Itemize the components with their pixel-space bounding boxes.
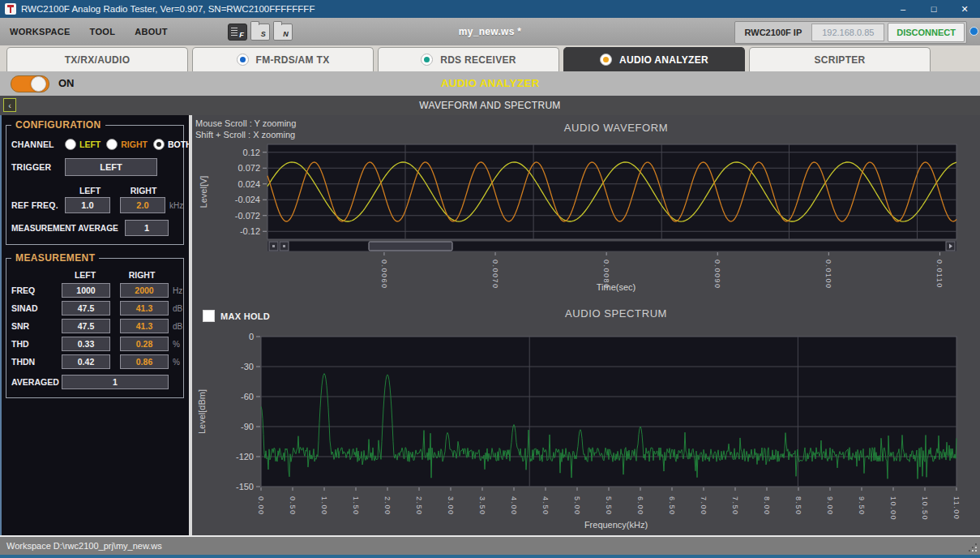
averaged-label: AVERAGED xyxy=(11,377,62,387)
meas-row-averaged: AVERAGED 1 xyxy=(11,375,178,389)
radio-circle-icon xyxy=(65,139,76,150)
thdn-left-value: 0.42 xyxy=(62,354,110,369)
tab-led-icon xyxy=(600,54,612,66)
meas-left-header: LEFT xyxy=(62,270,109,280)
config-left-header: LEFT xyxy=(68,186,112,195)
ref-freq-left-input[interactable]: 1.0 xyxy=(65,197,110,213)
tab-led-icon xyxy=(237,54,249,66)
tab-led-icon xyxy=(421,54,433,66)
config-right-header: RIGHT xyxy=(122,186,165,195)
svg-text:0.0110: 0.0110 xyxy=(935,260,944,289)
svg-text:1.00: 1.00 xyxy=(320,496,328,516)
panel-title: AUDIO ANALYZER xyxy=(0,71,980,96)
svg-text:Frequency(kHz): Frequency(kHz) xyxy=(584,520,648,530)
tab-fm-rds-am-tx[interactable]: FM-RDS/AM TX xyxy=(192,47,374,71)
menu-bar: WORKSPACE TOOL ABOUT F S N my_new.ws * R… xyxy=(0,18,980,45)
minimize-button[interactable]: – xyxy=(888,0,918,18)
window-title: RWC2100F Analog Radio Tester, Ver=0.907,… xyxy=(21,4,315,14)
svg-text:-120: -120 xyxy=(236,452,254,461)
save-workspace-icon[interactable]: S xyxy=(250,24,270,41)
svg-text:2.50: 2.50 xyxy=(415,496,423,516)
svg-text:Level[dBm]: Level[dBm] xyxy=(197,389,207,434)
svg-text:Level[V]: Level[V] xyxy=(199,176,208,208)
freq-right-value: 2000 xyxy=(120,283,169,298)
measurement-group: MEASUREMENT LEFT RIGHT FREQ 1000 2000 Hz… xyxy=(6,258,184,398)
channel-label: CHANNEL xyxy=(11,140,65,149)
audio-waveform-chart[interactable]: AUDIO WAVEFORM0.120.0720.024-0.024-0.072… xyxy=(192,115,980,304)
svg-text:9.00: 9.00 xyxy=(826,496,834,516)
measurement-average-label: MEASUREMENT AVERAGE xyxy=(11,224,125,233)
meas-row-sinad: SINAD 47.5 41.3 dB xyxy=(11,301,178,315)
new-workspace-icon[interactable]: N xyxy=(273,24,293,41)
disconnect-button[interactable]: DISCONNECT xyxy=(888,23,965,42)
max-hold-label: MAX HOLD xyxy=(220,311,270,321)
svg-text:-150: -150 xyxy=(236,482,254,491)
meas-row-freq: FREQ 1000 2000 Hz xyxy=(11,283,178,298)
ip-input[interactable]: 192.168.0.85 xyxy=(811,24,884,41)
connection-group: RWC2100F IP 192.168.0.85 DISCONNECT xyxy=(734,21,967,44)
resize-grip[interactable] xyxy=(975,550,977,552)
svg-text:3.00: 3.00 xyxy=(447,496,455,516)
menu-about[interactable]: ABOUT xyxy=(125,27,178,36)
status-bar: Workspace D:\rwc2100_prj\my_new.ws xyxy=(0,537,980,555)
audio-spectrum-chart[interactable]: AUDIO SPECTRUM0-30-60-90-120-1500.000.50… xyxy=(192,304,980,535)
svg-text:6.00: 6.00 xyxy=(636,496,644,516)
measurement-average-input[interactable]: 1 xyxy=(125,220,169,236)
ref-freq-unit: kHz xyxy=(169,201,183,210)
menu-workspace[interactable]: WORKSPACE xyxy=(0,27,80,36)
svg-text:-90: -90 xyxy=(241,422,254,431)
menu-tool[interactable]: TOOL xyxy=(80,27,126,36)
svg-text:0.0060: 0.0060 xyxy=(380,260,388,290)
max-hold-control[interactable]: MAX HOLD xyxy=(203,310,270,322)
ip-label: RWC2100F IP xyxy=(735,28,812,37)
svg-text:-0.12: -0.12 xyxy=(240,226,260,236)
svg-text:9.50: 9.50 xyxy=(858,496,866,516)
settings-panel: CONFIGURATION CHANNEL LEFT RIGHT BOTH TR… xyxy=(0,115,189,535)
channel-both-radio[interactable]: BOTH xyxy=(153,139,192,150)
title-bar: RWC2100F Analog Radio Tester, Ver=0.907,… xyxy=(0,0,980,18)
channel-right-radio[interactable]: RIGHT xyxy=(106,139,148,150)
svg-text:-0.024: -0.024 xyxy=(235,195,260,204)
svg-text:7.00: 7.00 xyxy=(700,496,708,516)
waveform-scrollbar-thumb[interactable] xyxy=(369,242,452,251)
close-button[interactable]: ✕ xyxy=(949,0,980,18)
svg-text:0.00: 0.00 xyxy=(257,496,265,516)
trigger-select[interactable]: LEFT xyxy=(65,158,157,176)
workspace-path: Workspace D:\rwc2100_prj\my_new.ws xyxy=(6,537,162,555)
thdn-right-value: 0.86 xyxy=(120,354,169,369)
ref-freq-right-input[interactable]: 2.0 xyxy=(120,197,165,213)
tab-audio-analyzer[interactable]: AUDIO ANALYZER xyxy=(563,47,745,71)
svg-text:0.0100: 0.0100 xyxy=(824,260,832,290)
zoom-hint: Mouse Scroll : Y zooming Shift + Scroll … xyxy=(195,118,296,140)
svg-text:-0.072: -0.072 xyxy=(235,211,260,221)
svg-text:4.00: 4.00 xyxy=(510,496,518,516)
svg-text:AUDIO WAVEFORM: AUDIO WAVEFORM xyxy=(564,122,668,134)
svg-text:5.00: 5.00 xyxy=(573,496,581,516)
thd-right-value: 0.28 xyxy=(120,337,169,351)
svg-text:0.0090: 0.0090 xyxy=(713,260,721,290)
tab-bar: TX/RX/AUDIO FM-RDS/AM TX RDS RECEIVER AU… xyxy=(0,45,980,71)
tab-scripter[interactable]: SCRIPTER xyxy=(749,47,931,71)
channel-left-radio[interactable]: LEFT xyxy=(65,139,101,150)
radio-circle-selected-icon xyxy=(153,139,165,150)
tab-tx-rx-audio[interactable]: TX/RX/AUDIO xyxy=(6,47,188,71)
meas-row-snr: SNR 47.5 41.3 dB xyxy=(11,319,178,333)
meas-row-thdn: THDN 0.42 0.86 % xyxy=(11,354,178,369)
meas-right-header: RIGHT xyxy=(118,270,165,280)
frequency-list-icon[interactable]: F xyxy=(228,24,247,41)
ref-freq-label: REF FREQ. xyxy=(11,200,65,210)
averaged-value: 1 xyxy=(62,375,169,389)
tab-rds-receiver[interactable]: RDS RECEIVER xyxy=(378,47,559,71)
chart-area: AUDIO WAVEFORM0.120.0720.024-0.024-0.072… xyxy=(192,115,980,535)
toolbar: F S N xyxy=(228,24,293,41)
sinad-right-value: 41.3 xyxy=(120,301,169,315)
svg-text:0: 0 xyxy=(249,332,254,341)
max-hold-checkbox[interactable] xyxy=(203,310,215,322)
view-title: WAVEFORM AND SPECTRUM xyxy=(0,96,980,115)
window-bottom-edge xyxy=(0,555,980,558)
svg-text:Time(sec): Time(sec) xyxy=(597,282,636,292)
app-window: RWC2100F Analog Radio Tester, Ver=0.907,… xyxy=(0,0,980,558)
svg-text:2.00: 2.00 xyxy=(383,496,392,516)
maximize-button[interactable]: □ xyxy=(918,0,949,18)
configuration-title: CONFIGURATION xyxy=(11,119,105,131)
